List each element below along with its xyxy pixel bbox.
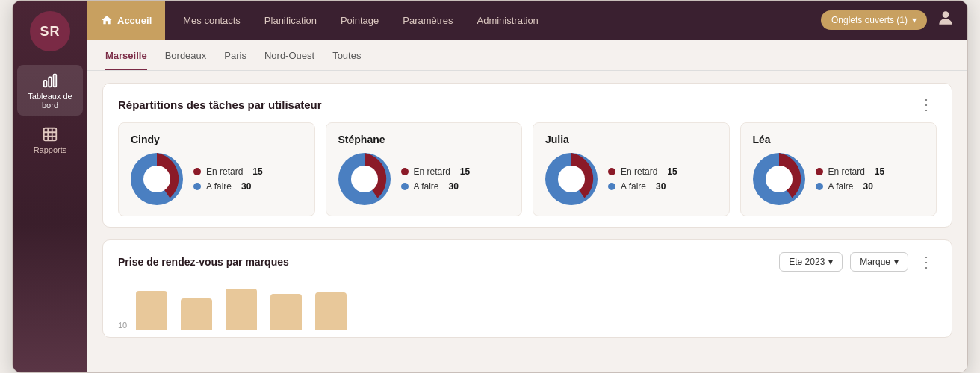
topbar-nav-mes-contacts[interactable]: Mes contacts <box>171 1 252 40</box>
tabs-bar: Marseille Bordeaux Paris Nord-Ouest Tout… <box>87 40 967 71</box>
legend-julia-en-retard: En retard 15 <box>608 166 677 177</box>
svg-rect-1 <box>49 77 52 87</box>
legend-cindy-en-retard: En retard 15 <box>193 166 263 177</box>
svg-point-10 <box>143 166 170 192</box>
count-cindy-en-retard: 15 <box>252 166 262 177</box>
legend-julia: En retard 15 A faire 30 <box>608 166 677 192</box>
pie-chart-lea <box>753 153 805 205</box>
count-julia-a-faire: 30 <box>656 181 666 192</box>
table-icon <box>42 126 58 142</box>
user-card-lea-body: En retard 15 A faire 30 <box>753 153 925 205</box>
legend-cindy: En retard 15 A faire 30 <box>193 166 263 192</box>
chevron-down-icon2: ▾ <box>894 257 899 267</box>
count-stephane-a-faire: 30 <box>449 181 459 192</box>
onglets-btn[interactable]: Onglets ouverts (1) ▾ <box>821 10 927 30</box>
dot-blue-julia <box>608 183 615 190</box>
sidebar-item-rapports[interactable]: Rapports <box>17 119 83 160</box>
user-cards-row: Cindy <box>118 122 937 216</box>
content-area: Marseille Bordeaux Paris Nord-Ouest Tout… <box>87 40 967 372</box>
bar-col-4 <box>270 294 302 330</box>
ete-dropdown[interactable]: Ete 2023 ▾ <box>779 252 843 272</box>
user-name-lea: Léa <box>753 134 925 145</box>
bar-area <box>136 279 347 330</box>
tab-marseille[interactable]: Marseille <box>105 50 147 70</box>
count-julia-en-retard: 15 <box>667 166 677 177</box>
sidebar-item-tableaux-de-bord[interactable]: Tableaux de bord <box>17 65 83 116</box>
app-logo: SR <box>30 11 70 51</box>
legend-lea-a-faire: A faire 30 <box>816 181 885 192</box>
svg-point-16 <box>766 166 793 192</box>
y-axis: 10 <box>118 279 131 330</box>
count-stephane-en-retard: 15 <box>460 166 470 177</box>
home-icon <box>101 14 113 26</box>
topbar-home-label: Accueil <box>117 15 152 26</box>
pie-chart-cindy <box>131 153 183 205</box>
user-icon <box>936 8 955 28</box>
svg-point-14 <box>558 166 585 192</box>
bar-3 <box>226 289 257 330</box>
topbar-nav: Mes contacts Planification Pointage Para… <box>165 1 821 40</box>
legend-lea-en-retard: En retard 15 <box>816 166 885 177</box>
dot-red-lea <box>816 168 823 175</box>
svg-rect-2 <box>54 75 57 87</box>
user-name-cindy: Cindy <box>131 134 303 145</box>
count-lea-a-faire: 30 <box>863 181 873 192</box>
main-area: Accueil Mes contacts Planification Point… <box>87 1 967 372</box>
rdv-section-title: Prise de rendez-vous par marques <box>118 256 289 268</box>
topbar-home-btn[interactable]: Accueil <box>87 1 165 40</box>
topbar-nav-planification[interactable]: Planification <box>252 1 329 40</box>
bar-4 <box>270 294 302 330</box>
user-avatar-icon[interactable] <box>936 8 955 32</box>
sidebar-label-rapports: Rapports <box>34 145 67 154</box>
user-name-stephane: Stéphane <box>338 134 510 145</box>
tasks-section: Répartitions des tâches par utilisateur … <box>102 83 952 228</box>
user-card-lea: Léa <box>740 122 937 216</box>
dot-blue-stephane <box>401 183 409 190</box>
dot-red-stephane <box>401 168 409 175</box>
sidebar-nav: Tableaux de bord Rapports <box>13 65 87 160</box>
legend-julia-a-faire: A faire 30 <box>608 181 677 192</box>
bar-col-3 <box>226 289 257 330</box>
user-card-stephane: Stéphane <box>326 122 523 216</box>
dot-red-julia <box>608 168 615 175</box>
topbar-nav-administration[interactable]: Administration <box>465 1 550 40</box>
tab-paris[interactable]: Paris <box>224 50 246 70</box>
tab-nord-ouest[interactable]: Nord-Ouest <box>264 50 314 70</box>
marque-dropdown[interactable]: Marque ▾ <box>850 252 908 272</box>
bar-col-5 <box>315 292 347 330</box>
dot-blue-cindy <box>193 183 201 190</box>
topbar-nav-parametres[interactable]: Paramètres <box>391 1 465 40</box>
chart-bar-icon <box>42 72 58 89</box>
rdv-section-header: Prise de rendez-vous par marques Ete 202… <box>118 252 937 272</box>
user-name-julia: Julia <box>545 134 717 145</box>
topbar: Accueil Mes contacts Planification Point… <box>87 1 967 40</box>
legend-stephane-en-retard: En retard 15 <box>401 166 471 177</box>
sidebar-label-tableaux: Tableaux de bord <box>23 92 77 110</box>
svg-rect-3 <box>44 128 57 141</box>
legend-cindy-a-faire: A faire 30 <box>193 181 263 192</box>
onglets-arrow: ▾ <box>912 15 917 25</box>
topbar-right: Onglets ouverts (1) ▾ <box>821 8 955 32</box>
topbar-nav-pointage[interactable]: Pointage <box>329 1 391 40</box>
rdv-more-btn[interactable]: ⋮ <box>916 254 937 269</box>
user-card-julia: Julia <box>533 122 730 216</box>
bar-1 <box>136 291 167 330</box>
tab-bordeaux[interactable]: Bordeaux <box>165 50 207 70</box>
tasks-more-btn[interactable]: ⋮ <box>916 97 937 112</box>
pie-chart-julia <box>545 153 598 205</box>
bar-5 <box>315 292 347 330</box>
tasks-section-title: Répartitions des tâches par utilisateur <box>118 98 322 111</box>
rdv-section: Prise de rendez-vous par marques Ete 202… <box>102 239 952 338</box>
user-card-julia-body: En retard 15 A faire 30 <box>545 153 717 205</box>
bar-col-2 <box>181 298 212 330</box>
tab-toutes[interactable]: Toutes <box>332 50 361 70</box>
svg-point-8 <box>943 11 949 18</box>
svg-point-12 <box>351 166 378 192</box>
rdv-controls: Ete 2023 ▾ Marque ▾ ⋮ <box>779 252 937 272</box>
legend-lea: En retard 15 A faire 30 <box>816 166 885 192</box>
svg-rect-0 <box>44 81 47 87</box>
dot-red-cindy <box>193 168 201 175</box>
pie-chart-stephane <box>338 153 391 205</box>
legend-stephane: En retard 15 A faire 30 <box>401 166 471 192</box>
count-lea-en-retard: 15 <box>875 166 884 177</box>
